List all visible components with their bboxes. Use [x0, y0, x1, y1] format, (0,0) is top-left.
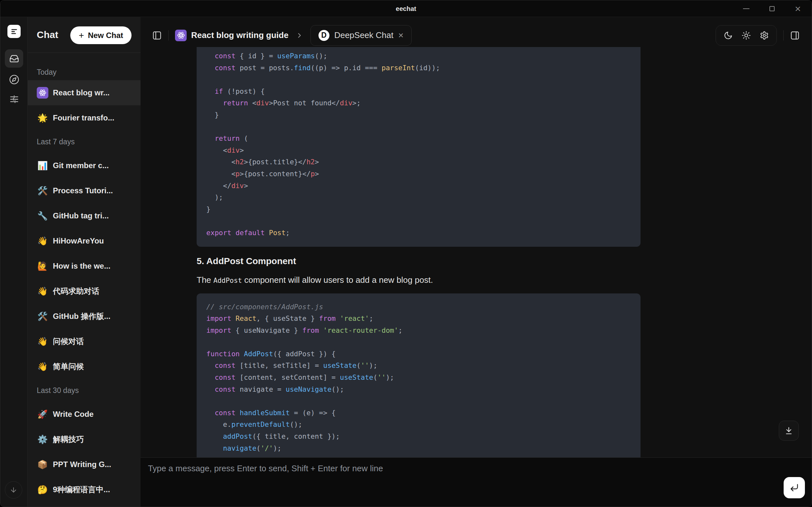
chevron-right-icon: [296, 32, 303, 39]
window-title: eechat: [396, 5, 416, 12]
sidebar-item-label: React blog wr...: [53, 88, 110, 97]
code-line: return <div>Post not found</div>;: [206, 97, 631, 109]
message-paragraph: The AddPost component will allow users t…: [197, 274, 812, 286]
sidebar-item-label: GitHub 操作版...: [53, 311, 111, 322]
sidebar-item[interactable]: 🚀Write Code: [28, 402, 141, 427]
breadcrumb-chat-title[interactable]: React blog writing guide: [191, 30, 289, 40]
glowing-star-icon: 🌟: [37, 113, 48, 123]
rail-scroll-down-button[interactable]: [5, 481, 22, 499]
sidebar-item[interactable]: 🔧GitHub tag tri...: [28, 203, 141, 228]
settings-nav-button[interactable]: [0, 94, 28, 104]
scroll-to-bottom-button[interactable]: [779, 421, 799, 441]
new-chat-button[interactable]: + New Chat: [70, 26, 132, 44]
react-atom-icon: [175, 30, 187, 41]
sidebar-item[interactable]: 🤔9种编程语言中...: [28, 477, 141, 502]
section-heading: 5. AddPost Component: [197, 256, 812, 267]
model-tab-deepseek[interactable]: D DeepSeek Chat ×: [310, 25, 412, 46]
sidebar-item[interactable]: 📊Git member c...: [28, 153, 141, 178]
code-line: <h2>{post.title}</h2>: [206, 156, 631, 168]
sidebar-section-label: Last 30 days: [28, 379, 141, 402]
minimize-button[interactable]: [742, 5, 750, 12]
atom-icon: [37, 87, 48, 99]
theme-switcher: [716, 25, 777, 46]
sidebar-item[interactable]: 🙋How is the we...: [28, 253, 141, 279]
app-logo[interactable]: [7, 25, 20, 38]
light-theme-button[interactable]: [742, 31, 751, 40]
titlebar: eechat ×: [0, 0, 812, 17]
sidebar-item[interactable]: React blog wr...: [28, 80, 141, 105]
sidebar-item[interactable]: 👋代码求助对话: [28, 279, 141, 304]
composer: Type a message, press Enter to send, Shi…: [141, 458, 812, 507]
rocket-icon: 🚀: [37, 409, 48, 419]
discover-nav-button[interactable]: [0, 74, 28, 85]
sidebar-item[interactable]: 🛠️Process Tutori...: [28, 178, 141, 203]
close-button[interactable]: ×: [794, 5, 802, 12]
plus-icon: +: [79, 31, 84, 40]
sidebar-item-label: HiHowAreYou: [53, 236, 104, 245]
sidebar-header: Chat + New Chat: [28, 17, 141, 53]
code-line: [206, 121, 631, 133]
message-input[interactable]: Type a message, press Enter to send, Shi…: [148, 463, 776, 474]
waving-hand-icon: 👋: [37, 236, 48, 246]
sidebar-item-label: 问候对话: [53, 336, 84, 347]
tab-close-icon[interactable]: ×: [398, 31, 403, 40]
window-controls: ×: [742, 0, 802, 17]
gear-icon: ⚙️: [37, 435, 48, 444]
sidebar-item[interactable]: 🛠️GitHub 操作版...: [28, 304, 141, 329]
app-window: eechat ×: [0, 0, 812, 507]
toggle-sidebar-button[interactable]: [152, 31, 162, 40]
code-line: [206, 336, 631, 348]
code-line: if (!post) {: [206, 86, 631, 98]
code-line: const [content, setContent] = useState('…: [206, 372, 631, 384]
sidebar-title: Chat: [37, 29, 58, 40]
bar-chart-icon: 📊: [37, 161, 48, 170]
code-line: [206, 395, 631, 407]
system-theme-button[interactable]: [760, 31, 769, 40]
arrow-down-to-line-icon: [784, 427, 793, 435]
code-line: function AddPost({ addPost }) {: [206, 348, 631, 360]
send-button[interactable]: [783, 477, 805, 498]
sidebar-item[interactable]: 👋简单问候: [28, 354, 141, 379]
panel-right-icon: [790, 31, 800, 40]
sliders-icon: [9, 94, 19, 104]
code-line: const { id } = useParams();: [206, 50, 631, 62]
code-line: const handleSubmit = (e) => {: [206, 407, 631, 419]
chats-nav-button[interactable]: [5, 49, 23, 68]
sidebar-section-label: Last 7 days: [28, 130, 141, 153]
close-icon: ×: [795, 5, 801, 12]
new-chat-label: New Chat: [88, 31, 123, 40]
maximize-button[interactable]: [768, 5, 776, 12]
inline-code: AddPost: [213, 277, 242, 284]
sidebar-item-label: 简单问候: [53, 361, 84, 372]
sidebar-item[interactable]: 👋问候对话: [28, 329, 141, 354]
sidebar-item[interactable]: 👋HiHowAreYou: [28, 228, 141, 253]
code-line: <p>{post.content}</p>: [206, 168, 631, 180]
code-line: import { useNavigate } from 'react-route…: [206, 325, 631, 337]
dark-theme-button[interactable]: [724, 31, 733, 40]
code-block-post-component: const { id } = useParams(); const post =…: [197, 47, 641, 247]
sidebar-item-label: Write Code: [53, 410, 94, 419]
paragraph-text: The: [197, 275, 213, 285]
sidebar-item-label: 代码求助对话: [53, 286, 99, 296]
main-header: React blog writing guide D DeepSeek Chat…: [141, 17, 812, 47]
sidebar-divider: [28, 53, 141, 53]
sidebar-item-label: 解耦技巧: [53, 434, 84, 445]
toggle-right-panel-button[interactable]: [790, 31, 800, 40]
sidebar-item-label: 9种编程语言中...: [53, 485, 110, 495]
inbox-icon: [9, 54, 19, 63]
sidebar-section-label: Today: [28, 64, 141, 80]
chat-message-area: const { id } = useParams(); const post =…: [141, 47, 812, 457]
arrow-down-icon: [10, 486, 17, 494]
code-line: const [title, setTitle] = useState('');: [206, 360, 631, 372]
code-line: e.preventDefault();: [206, 419, 631, 431]
sidebar-item[interactable]: 🌟Fourier transfo...: [28, 105, 141, 130]
sidebar-item[interactable]: 📦PPT Writing G...: [28, 452, 141, 477]
code-line: [206, 74, 631, 86]
wrench-icon: 🔧: [37, 211, 48, 221]
code-line: const navigate = useNavigate();: [206, 384, 631, 396]
header-right-actions: [716, 25, 800, 46]
code-block-addpost-component: // src/components/AddPost.jsimport React…: [197, 293, 641, 458]
code-line: [206, 215, 631, 227]
sidebar-item[interactable]: ⚙️解耦技巧: [28, 427, 141, 452]
code-line: }: [206, 109, 631, 121]
